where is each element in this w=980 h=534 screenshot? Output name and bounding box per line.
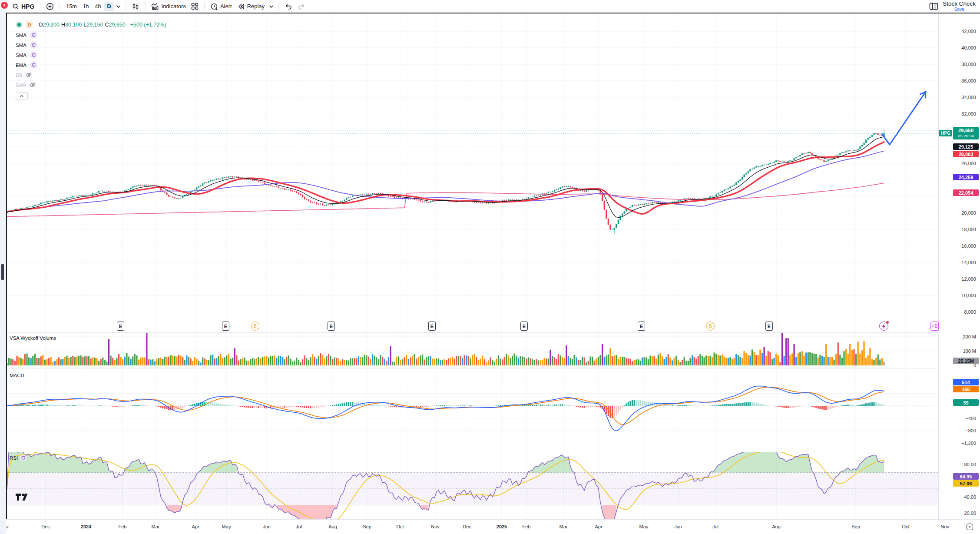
timezone-clock-icon[interactable] xyxy=(967,524,973,530)
indicator-loading-icon[interactable] xyxy=(30,41,37,49)
redo-button[interactable] xyxy=(295,1,308,12)
event-icon-s[interactable]: S xyxy=(251,322,259,331)
indicator-label: EMA xyxy=(16,63,26,68)
indicator-loading-icon[interactable] xyxy=(30,51,37,59)
time-label-nov[interactable]: Nov xyxy=(940,524,949,529)
time-label-2025[interactable]: 2025 xyxy=(497,524,507,529)
time-label-jul[interactable]: Jul xyxy=(296,524,302,529)
event-icon-e[interactable]: E xyxy=(520,322,528,331)
legend-collapse-button[interactable] xyxy=(16,92,28,100)
rsi-pane-title[interactable]: RSI xyxy=(10,454,26,461)
time-label-may[interactable]: May xyxy=(222,524,231,529)
interval-button-4h[interactable]: 4h xyxy=(92,2,104,11)
replay-button[interactable]: Replay xyxy=(235,1,267,12)
interval-button-1h[interactable]: 1h xyxy=(80,2,92,11)
time-label-sep[interactable]: Sep xyxy=(363,524,371,529)
layout-title[interactable]: Stock Check xyxy=(943,1,976,7)
time-label-dec[interactable]: Dec xyxy=(463,524,471,529)
pane-separator[interactable] xyxy=(6,452,980,452)
volume-pane-canvas[interactable] xyxy=(6,332,938,368)
time-label-may[interactable]: May xyxy=(639,524,649,529)
layout-columns-icon[interactable] xyxy=(929,3,938,10)
event-icon-e[interactable]: E xyxy=(328,322,335,331)
macd-tick: −400 xyxy=(965,416,976,421)
notification-badge[interactable]: 4 xyxy=(0,1,9,10)
interval-button-d[interactable]: D xyxy=(104,2,114,11)
eye-off-icon[interactable] xyxy=(30,82,36,88)
time-label-feb[interactable]: Feb xyxy=(523,524,531,529)
top-toolbar: HPG 15m1h4hD xyxy=(6,0,980,13)
pane-separator[interactable] xyxy=(6,332,980,333)
indicators-icon xyxy=(151,3,159,10)
time-label-apr[interactable]: Apr xyxy=(595,524,602,529)
time-label-apr[interactable]: Apr xyxy=(192,524,199,529)
change-value: +500 (+1.72%) xyxy=(130,22,166,28)
event-icon-e[interactable]: E xyxy=(638,322,645,331)
event-icon-f[interactable] xyxy=(879,322,888,331)
indicator-legend-row-sma[interactable]: SMA xyxy=(16,40,166,50)
interval-chevron-down-icon[interactable] xyxy=(116,5,121,8)
layout-title-block: Stock Check Save xyxy=(943,1,976,12)
symbol-search-button[interactable]: HPG xyxy=(10,1,37,12)
price-tick: 36,000 xyxy=(961,78,976,83)
time-label-feb[interactable]: Feb xyxy=(119,524,127,529)
toolbar-separator xyxy=(60,2,60,11)
indicator-legend-row-sar[interactable]: SAR xyxy=(16,80,166,90)
volume-pane-title[interactable]: VSA Wyckoff Volume xyxy=(10,335,56,341)
chart-style-button[interactable] xyxy=(129,1,142,12)
price-axis[interactable]: 42,00040,00038,00036,00034,00032,00030,0… xyxy=(938,13,980,519)
indicator-legend-row-sma[interactable]: SMA xyxy=(16,50,166,60)
market-status-icon xyxy=(16,21,23,28)
time-label-mar[interactable]: Mar xyxy=(560,524,568,529)
ohlc-part: C29,650 xyxy=(105,22,125,28)
indicator-templates-button[interactable] xyxy=(189,1,201,12)
time-label-aug[interactable]: Aug xyxy=(772,524,781,529)
time-label-aug[interactable]: Aug xyxy=(328,524,337,529)
event-icon-e[interactable]: E xyxy=(222,322,229,331)
macd-tick: −1,200 xyxy=(961,441,976,446)
indicator-legend-row-sma[interactable]: SMA xyxy=(16,30,166,40)
time-label-v[interactable]: v xyxy=(6,524,9,529)
eye-off-icon[interactable] xyxy=(26,72,32,78)
ohlc-part: L29,150 xyxy=(83,22,103,28)
time-label-2024[interactable]: 2024 xyxy=(81,524,91,529)
replay-chevron-down-icon[interactable] xyxy=(269,5,274,8)
tradingview-logo[interactable] xyxy=(16,494,29,502)
event-icon-e[interactable]: E xyxy=(428,322,436,331)
indicator-loading-icon[interactable] xyxy=(30,61,37,69)
compare-add-button[interactable] xyxy=(43,1,56,12)
interval-group: 15m1h4hD xyxy=(63,2,114,11)
chart-frame-border xyxy=(6,13,7,519)
undo-button[interactable] xyxy=(282,1,295,12)
indicator-loading-icon[interactable] xyxy=(30,31,37,39)
time-label-jun[interactable]: Jun xyxy=(263,524,271,529)
time-label-oct[interactable]: Oct xyxy=(396,524,404,529)
projection-arrow xyxy=(882,92,926,145)
indicators-button[interactable]: Indicators xyxy=(149,1,189,12)
indicator-legend-row-ema[interactable]: EMA xyxy=(16,60,166,70)
series-legend-row[interactable]: D O29,200H30,100L29,150C29,650 +500 (+1.… xyxy=(16,21,166,28)
left-strip-handle[interactable] xyxy=(1,264,4,280)
interval-button-15m[interactable]: 15m xyxy=(63,2,79,11)
save-button[interactable]: Save xyxy=(954,7,964,12)
time-label-sep[interactable]: Sep xyxy=(851,524,860,529)
time-label-dec[interactable]: Dec xyxy=(41,524,50,529)
event-icon-s[interactable]: S xyxy=(706,322,715,331)
time-label-jun[interactable]: Jun xyxy=(674,524,682,529)
time-label-oct[interactable]: Oct xyxy=(902,524,909,529)
macd-pane-canvas[interactable] xyxy=(6,368,938,452)
pane-separator[interactable] xyxy=(6,368,980,368)
rsi-refresh-icon[interactable] xyxy=(20,454,26,461)
time-axis[interactable]: vDec2024FebMarAprMayJunJulAugSepOctNovDe… xyxy=(6,519,980,534)
macd-pane-title[interactable]: MACD xyxy=(10,373,24,378)
time-label-mar[interactable]: Mar xyxy=(152,524,160,529)
volume-tick: 100 M xyxy=(963,348,976,354)
time-label-nov[interactable]: Nov xyxy=(431,524,440,529)
indicator-legend-row-bb[interactable]: BB xyxy=(16,70,166,80)
alert-button[interactable]: Alert xyxy=(208,1,235,12)
event-icon-ep[interactable]: E xyxy=(930,322,939,331)
event-icon-e[interactable]: E xyxy=(117,322,124,331)
time-label-jul[interactable]: Jul xyxy=(712,524,718,529)
rsi-pane-canvas[interactable] xyxy=(6,452,938,519)
event-icon-e[interactable]: E xyxy=(765,322,773,331)
